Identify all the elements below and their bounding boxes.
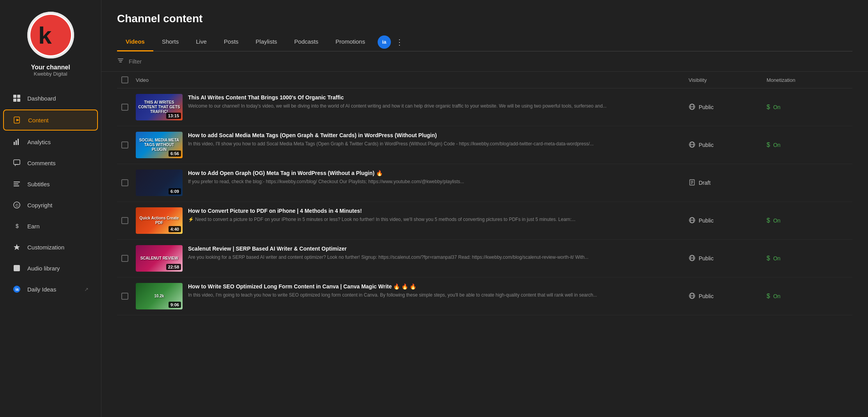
channel-sub: Kwebby Digital [34,71,67,77]
analytics-icon [12,138,21,146]
tab-playlists[interactable]: Playlists [247,33,286,51]
svg-rect-13 [14,160,20,164]
visibility-label: Public [699,104,714,110]
sidebar-item-daily-ideas[interactable]: ia Daily Ideas ↗ [3,279,98,299]
monetization-cell: $ On [767,141,852,148]
video-title: How to Convert Picture to PDF on iPhone … [188,207,575,214]
filter-input[interactable]: Filter [129,58,142,65]
visibility-cell: Draft [689,179,767,187]
video-info: How to add Socal Media Meta Tags (Open G… [188,132,594,147]
sidebar-item-analytics[interactable]: Analytics [3,132,98,152]
sidebar-item-audio-library[interactable]: Audio library [3,258,98,278]
video-description: If you prefer to read, check the blog:- … [188,178,464,185]
tab-shorts[interactable]: Shorts [153,33,187,51]
svg-rect-5 [17,95,20,98]
svg-rect-7 [17,99,20,102]
video-description: Welcome to our channel! In today's video… [188,103,607,110]
monetization-cell: $ On [767,217,852,224]
visibility-icon [689,179,696,187]
monetization-cell: $ On [767,293,852,300]
table-row[interactable]: 6:09 How to Add Open Graph (OG) Meta Tag… [117,164,852,202]
sidebar-nav: Dashboard Content Analytics [0,88,101,300]
daily-ideas-icon: ia [12,285,21,293]
row-checkbox[interactable] [117,104,133,111]
tab-podcasts[interactable]: Podcasts [286,33,327,51]
table-header: Video Visibility Monetization [117,72,852,88]
main-content: Channel content Videos Shorts Live Posts… [101,0,868,417]
sidebar-item-subtitles[interactable]: Subtitles [3,174,98,194]
video-thumbnail: SCALENUT REVIEW 22:58 [136,245,183,272]
audio-library-icon [12,264,21,272]
video-description: In this video, I'm going to teach you ho… [188,292,597,299]
copyright-icon: © [12,201,21,209]
table-row[interactable]: SCALENUT REVIEW 22:58 Scalenut Review | … [117,240,852,277]
tab-more-button[interactable]: ⋮ [396,37,403,47]
sidebar-item-dashboard[interactable]: Dashboard [3,88,98,108]
video-title: How to Add Open Graph (OG) Meta Tag in W… [188,170,464,177]
tab-avatar[interactable]: ia [378,35,391,49]
money-icon: $ [767,141,770,148]
tab-live[interactable]: Live [187,33,215,51]
sidebar-item-earn[interactable]: $ Earn [3,216,98,236]
video-thumbnail: 6:09 [136,170,183,196]
visibility-label: Public [699,217,714,224]
video-thumbnail: SOCIAL MEDIA META TAGS WITHOUT PLUGIN 6:… [136,132,183,158]
video-description: Are you looking for a SERP based AI writ… [188,254,588,261]
video-table: Video Visibility Monetization THIS AI WR… [101,72,868,417]
thumbnail-label: SCALENUT REVIEW [139,254,180,262]
sidebar-item-label: Copyright [27,202,52,208]
video-info: Scalenut Review | SERP Based AI Writer &… [188,245,588,261]
svg-rect-4 [13,95,16,98]
channel-name: Your channel [31,64,70,71]
sidebar-item-label: Content [28,117,49,124]
tab-videos[interactable]: Videos [117,33,153,51]
row-checkbox[interactable] [117,255,133,262]
video-title: How to Write SEO Optimized Long Form Con… [188,283,597,290]
tab-posts[interactable]: Posts [215,33,247,51]
filter-bar: Filter [101,51,868,72]
visibility-label: Public [699,255,714,262]
subtitles-icon [12,180,21,188]
visibility-cell: Public [689,217,767,225]
video-duration: 6:56 [169,150,181,157]
monetization-cell: $ On [767,104,852,111]
video-title: How to add Socal Media Meta Tags (Open G… [188,132,594,139]
visibility-cell: Public [689,103,767,111]
table-row[interactable]: Quick Actions Create PDF 4:40 How to Con… [117,202,852,240]
header-monetization: Monetization [767,77,852,83]
sidebar-item-label: Earn [27,223,40,230]
money-icon: $ [767,217,770,224]
svg-rect-6 [13,99,16,102]
money-icon: $ [767,293,770,300]
video-description: In this video, I'll show you how to add … [188,141,594,147]
row-checkbox[interactable] [117,179,133,186]
channel-avatar: k [27,12,74,58]
filter-icon [117,57,124,66]
visibility-icon [689,103,696,111]
table-row[interactable]: 10.2k 9:06 How to Write SEO Optimized Lo… [117,277,852,315]
svg-marker-9 [16,119,20,121]
sidebar-item-label: Customization [27,244,64,251]
sidebar: k Your channel Kwebby Digital Dashboard [0,0,101,417]
row-checkbox[interactable] [117,293,133,300]
table-row[interactable]: SOCIAL MEDIA META TAGS WITHOUT PLUGIN 6:… [117,126,852,164]
thumbnail-label [158,181,161,184]
sidebar-item-copyright[interactable]: © Copyright [3,195,98,215]
visibility-icon [689,292,696,300]
row-checkbox[interactable] [117,141,133,148]
video-info: This AI Writes Content That Brings 1000'… [188,94,607,110]
header-checkbox[interactable] [117,76,133,83]
earn-icon: $ [12,222,21,230]
sidebar-item-customization[interactable]: Customization [3,237,98,257]
sidebar-item-label: Dashboard [27,95,56,102]
money-icon: $ [767,255,770,262]
tab-promotions[interactable]: Promotions [327,33,374,51]
visibility-cell: Public [689,141,767,149]
visibility-label: Public [699,293,714,299]
row-checkbox[interactable] [117,217,133,224]
sidebar-item-content[interactable]: Content [3,110,98,131]
sidebar-item-comments[interactable]: Comments [3,153,98,173]
video-rows-container: THIS AI WRITES CONTENT THAT GETS TRAFFIC… [117,88,852,315]
svg-text:ia: ia [16,287,19,292]
table-row[interactable]: THIS AI WRITES CONTENT THAT GETS TRAFFIC… [117,88,852,126]
